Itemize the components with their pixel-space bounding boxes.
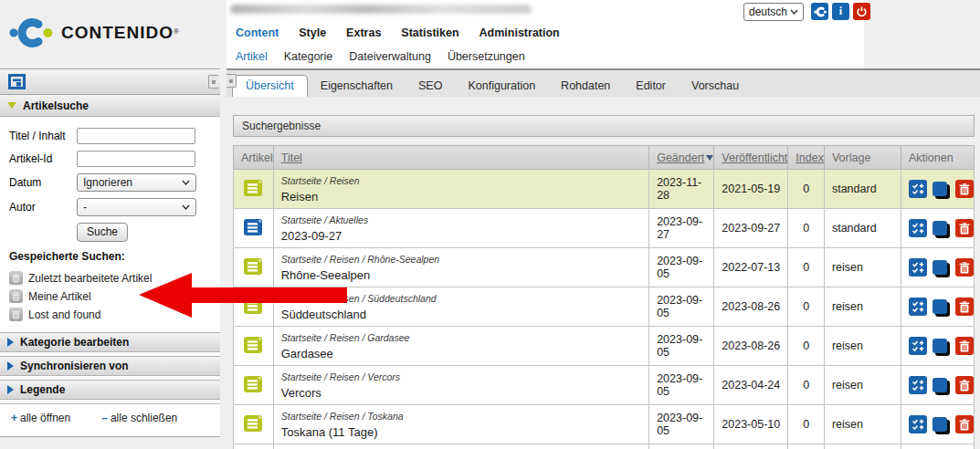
saved-search-item[interactable]: Meine Artikel (9, 289, 211, 303)
modified-cell: 2023-09-05 (649, 287, 714, 327)
column-header-veröffentlicht[interactable]: Veröffentlicht (714, 146, 788, 170)
article-doc-icon[interactable] (243, 423, 263, 436)
contenido-icon[interactable] (811, 3, 828, 20)
sidebar-panel: Artikelsuche Titel / Inhalt Artikel-Id D… (0, 95, 220, 437)
delete-button[interactable] (955, 219, 974, 237)
title-cell[interactable]: Startseite / Reisen / SüddeutschlandSüdd… (273, 287, 648, 327)
column-sort-link[interactable]: Titel (281, 151, 302, 164)
column-sort-link[interactable]: Geändert (657, 151, 704, 164)
delete-button[interactable] (955, 376, 974, 394)
saved-search-item[interactable]: Zuletzt bearbeitete Artikel (9, 271, 211, 285)
article-title[interactable]: Rhône-Seealpen (281, 268, 648, 282)
sub-nav-item-übersetzungen[interactable]: Übersetzungen (448, 50, 525, 63)
main-nav-item-content[interactable]: Content (236, 26, 279, 39)
title-cell[interactable]: Startseite / Reisen / ToskanaToskana (11… (273, 405, 648, 444)
check-plus-button[interactable] (909, 258, 927, 277)
language-select[interactable]: deutsch (743, 3, 804, 21)
delete-button[interactable] (955, 180, 974, 198)
duplicate-button[interactable] (933, 339, 947, 353)
trash-icon[interactable] (9, 271, 23, 285)
article-title[interactable]: Gardasee (281, 347, 648, 360)
article-title[interactable]: Vercors (281, 386, 648, 400)
tab-eigenschaften[interactable]: Eigenschaften (308, 76, 406, 96)
delete-button[interactable] (955, 258, 974, 277)
article-search-header[interactable]: Artikelsuche (0, 95, 220, 117)
tab-übersicht[interactable]: Übersicht (232, 75, 308, 98)
table-row[interactable]: Startseite / Aktuelles2023-09-272023-09-… (234, 209, 975, 248)
logout-icon[interactable] (853, 3, 870, 20)
tab-konfiguration[interactable]: Konfiguration (455, 76, 548, 96)
check-plus-button[interactable] (909, 415, 927, 433)
main-nav-item-style[interactable]: Style (299, 26, 326, 39)
check-plus-button[interactable] (909, 219, 927, 237)
duplicate-button[interactable] (933, 182, 947, 196)
article-doc-icon[interactable] (243, 227, 263, 240)
title-cell[interactable]: Startseite / Reisen / GardaseeGardasee (273, 327, 648, 366)
article-title[interactable]: 2023-09-27 (281, 229, 648, 243)
accordion-legende[interactable]: Legende (0, 380, 220, 400)
info-icon[interactable]: i (832, 3, 849, 20)
date-select[interactable]: Ignorieren (77, 173, 196, 192)
tab-seo[interactable]: SEO (406, 76, 455, 96)
delete-button[interactable] (955, 337, 974, 355)
check-plus-button[interactable] (909, 376, 927, 394)
table-row[interactable]: Startseite / Reisen / Rhône-SeealpenRhôn… (234, 248, 975, 287)
search-button[interactable]: Suche (77, 223, 128, 242)
sub-nav-item-dateiverwaltung[interactable]: Dateiverwaltung (349, 50, 431, 63)
splitter-handle-left[interactable] (208, 75, 218, 89)
accordion-kategorie-bearbeiten[interactable]: Kategorie bearbeiten (0, 332, 220, 352)
column-sort-link[interactable]: Veröffentlicht (722, 151, 787, 164)
frame-toggle-icon[interactable] (8, 74, 26, 89)
duplicate-button[interactable] (933, 299, 947, 314)
tab-editor[interactable]: Editor (623, 76, 679, 96)
article-doc-icon[interactable] (243, 266, 263, 279)
duplicate-button[interactable] (933, 260, 947, 275)
collapse-all-link[interactable]: –alle schließen (101, 412, 177, 424)
article-doc-icon[interactable] (243, 306, 263, 318)
table-row[interactable]: Startseite / Reisen / GardaseeGardasee20… (234, 327, 975, 366)
article-doc-icon[interactable] (243, 188, 263, 201)
duplicate-button[interactable] (933, 221, 947, 235)
article-title[interactable]: Reisen (281, 190, 648, 204)
article-id-input[interactable] (77, 151, 195, 167)
trash-icon[interactable] (9, 308, 23, 321)
author-select[interactable]: - (77, 198, 196, 216)
trash-icon[interactable] (9, 289, 23, 303)
saved-search-item[interactable]: Lost and found (9, 308, 211, 321)
column-sort-link[interactable]: Index (796, 151, 824, 164)
sub-nav-item-kategorie[interactable]: Kategorie (284, 50, 333, 63)
actions-wrap (909, 298, 974, 316)
article-doc-icon[interactable] (243, 345, 263, 358)
table-row[interactable]: Startseite / Reisen / SüddeutschlandSüdd… (234, 287, 975, 327)
check-plus-button[interactable] (909, 180, 927, 198)
table-row[interactable]: Startseite / Reisen / VercorsVercors2023… (234, 366, 975, 405)
column-header-geändert[interactable]: Geändert (649, 146, 714, 170)
title-content-input[interactable] (77, 128, 195, 144)
expand-all-link[interactable]: +alle öffnen (11, 412, 70, 424)
check-plus-button[interactable] (909, 298, 927, 316)
main-nav-item-administration[interactable]: Administration (479, 26, 560, 39)
article-doc-icon[interactable] (243, 384, 263, 397)
duplicate-button[interactable] (933, 417, 947, 432)
check-plus-button[interactable] (909, 337, 927, 355)
title-cell[interactable]: Startseite / Reisen / Rhône-SeealpenRhôn… (273, 248, 648, 287)
main-nav-item-statistiken[interactable]: Statistiken (401, 26, 458, 39)
column-header-index[interactable]: Index (788, 146, 825, 170)
main-nav-item-extras[interactable]: Extras (346, 26, 381, 39)
delete-button[interactable] (955, 298, 974, 316)
table-row[interactable]: Startseite / ReisenReisen2023-11-282021-… (234, 170, 975, 209)
tab-rohdaten[interactable]: Rohdaten (548, 76, 623, 96)
title-cell[interactable]: Startseite / Aktuelles2023-09-27 (273, 209, 648, 248)
sub-nav-item-artikel[interactable]: Artikel (236, 50, 268, 63)
delete-button[interactable] (955, 415, 974, 433)
column-header-titel[interactable]: Titel (273, 146, 648, 170)
article-title[interactable]: Toskana (11 Tage) (281, 425, 648, 439)
tab-vorschau[interactable]: Vorschau (679, 76, 752, 96)
accordion-synchronisieren-von[interactable]: Synchronisieren von (0, 356, 220, 376)
article-title[interactable]: Süddeutschland (281, 308, 648, 321)
title-cell[interactable]: Startseite / Reisen / VercorsVercors (273, 366, 648, 405)
title-cell[interactable]: Startseite / ReisenReisen (273, 170, 648, 209)
splitter-handle-right[interactable] (227, 74, 237, 88)
duplicate-button[interactable] (933, 378, 947, 392)
table-row[interactable]: Startseite / Reisen / ToskanaToskana (11… (234, 405, 975, 444)
